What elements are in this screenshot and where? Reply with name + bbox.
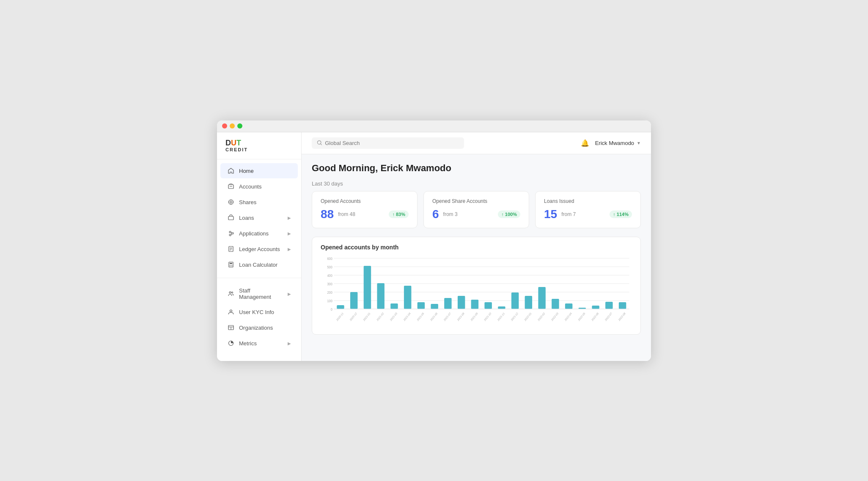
notification-bell-icon[interactable]: 🔔 <box>581 139 589 147</box>
close-btn[interactable] <box>222 123 227 128</box>
sidebar-item-home[interactable]: Home <box>220 163 298 178</box>
stat-loans-values: 15 from 7 ↑ 114% <box>544 208 632 221</box>
svg-text:2022-08: 2022-08 <box>618 311 626 321</box>
svg-text:2021-06: 2021-06 <box>430 311 438 321</box>
home-icon <box>227 167 235 175</box>
app-window: DUT CREDIT Home Accounts <box>217 120 651 361</box>
svg-text:2020-11: 2020-11 <box>336 311 344 321</box>
maximize-btn[interactable] <box>237 123 242 128</box>
minimize-btn[interactable] <box>230 123 235 128</box>
sidebar-item-organizations[interactable]: Organizations <box>220 320 298 335</box>
svg-text:2022-01: 2022-01 <box>524 311 532 321</box>
main-content: 🔔 Erick Mwamodo ▼ Good Morning, Erick Mw… <box>302 132 651 361</box>
svg-text:2022-05: 2022-05 <box>577 311 586 321</box>
sidebar-item-accounts[interactable]: Accounts <box>220 179 298 194</box>
sidebar-item-ledger-label: Ledger Accounts <box>239 246 280 252</box>
stat-card-loans: Loans Issued 15 from 7 ↑ 114% <box>535 191 641 228</box>
svg-text:200: 200 <box>327 290 333 295</box>
stat-accounts-number: 88 <box>321 208 334 221</box>
svg-line-8 <box>231 234 232 235</box>
nav-secondary: Staff Management ▶ User KYC Info Organiz… <box>217 281 301 353</box>
sidebar: DUT CREDIT Home Accounts <box>217 132 302 361</box>
logo-credit: CREDIT <box>225 147 293 152</box>
svg-rect-62 <box>458 296 465 309</box>
svg-rect-3 <box>228 216 233 220</box>
svg-text:2020-12: 2020-12 <box>349 311 357 321</box>
sidebar-item-metrics-label: Metrics <box>239 340 257 347</box>
metrics-icon <box>227 339 235 347</box>
search-input[interactable] <box>325 140 459 146</box>
sidebar-item-kyc-label: User KYC Info <box>239 309 274 315</box>
svg-rect-46 <box>350 292 357 309</box>
svg-text:300: 300 <box>327 282 333 286</box>
svg-point-16 <box>231 265 231 265</box>
svg-text:2021-09: 2021-09 <box>470 311 478 321</box>
svg-text:2022-04: 2022-04 <box>564 311 572 321</box>
svg-text:2021-03: 2021-03 <box>390 311 398 321</box>
org-icon <box>227 324 235 331</box>
sidebar-item-staff-label: Staff Management <box>239 287 283 300</box>
svg-text:2022-02: 2022-02 <box>537 311 546 321</box>
svg-rect-72 <box>525 296 532 309</box>
search-wrapper[interactable] <box>312 137 464 149</box>
svg-point-15 <box>230 265 230 265</box>
svg-point-4 <box>229 231 231 233</box>
sidebar-item-loans[interactable]: Loans ▶ <box>220 210 298 225</box>
svg-point-28 <box>317 141 321 144</box>
stat-loans-from: from 7 <box>561 211 576 217</box>
stat-card-accounts: Opened Accounts 88 from 48 ↑ 83% <box>312 191 418 228</box>
staff-icon <box>227 290 235 298</box>
stat-accounts-badge: ↑ 83% <box>389 210 409 218</box>
topbar: 🔔 Erick Mwamodo ▼ <box>302 132 651 154</box>
sidebar-item-staff-management[interactable]: Staff Management ▶ <box>220 284 298 304</box>
ledger-arrow-icon: ▶ <box>288 247 291 251</box>
svg-rect-14 <box>230 263 232 264</box>
svg-rect-56 <box>418 302 425 309</box>
sidebar-item-user-kyc[interactable]: User KYC Info <box>220 304 298 320</box>
svg-rect-84 <box>605 302 613 309</box>
sidebar-item-home-label: Home <box>239 168 254 174</box>
calculator-icon <box>227 261 235 268</box>
sidebar-item-shares[interactable]: Shares <box>220 194 298 210</box>
svg-point-18 <box>230 266 230 266</box>
stat-accounts-from: from 48 <box>338 211 355 217</box>
stat-accounts-title: Opened Accounts <box>321 198 409 204</box>
search-icon <box>317 140 322 146</box>
period-label: Last 30 days <box>312 180 641 187</box>
svg-rect-86 <box>619 302 626 309</box>
accounts-icon <box>227 183 235 190</box>
svg-rect-82 <box>592 306 599 309</box>
svg-rect-70 <box>511 292 519 309</box>
svg-text:2021-07: 2021-07 <box>443 311 452 321</box>
page-content: Good Morning, Erick Mwamodo Last 30 days… <box>302 154 651 361</box>
sidebar-item-ledger-accounts[interactable]: Ledger Accounts ▶ <box>220 241 298 257</box>
svg-point-22 <box>232 292 233 293</box>
sidebar-item-applications-label: Applications <box>239 230 269 237</box>
svg-text:2022-06: 2022-06 <box>591 311 599 321</box>
sidebar-item-loans-label: Loans <box>239 215 254 221</box>
logo-dut: DUT <box>225 139 241 147</box>
svg-text:2021-12: 2021-12 <box>510 311 519 321</box>
sidebar-item-applications[interactable]: Applications ▶ <box>220 226 298 241</box>
stat-shares-values: 6 from 3 ↑ 100% <box>432 208 520 221</box>
stat-loans-number: 15 <box>544 208 557 221</box>
svg-rect-54 <box>404 286 411 309</box>
svg-text:2021-05: 2021-05 <box>416 311 425 321</box>
applications-icon <box>227 230 235 237</box>
shares-icon <box>227 198 235 206</box>
window-chrome <box>217 120 651 132</box>
stat-shares-number: 6 <box>432 208 439 221</box>
sidebar-item-orgs-label: Organizations <box>239 325 273 331</box>
sidebar-item-loan-calculator[interactable]: Loan Calculator <box>220 257 298 272</box>
metrics-arrow-icon: ▶ <box>288 341 291 346</box>
svg-text:2022-07: 2022-07 <box>604 311 613 321</box>
svg-rect-13 <box>229 262 233 267</box>
sidebar-divider <box>217 278 301 278</box>
sidebar-item-accounts-label: Accounts <box>239 183 261 190</box>
nav-main: Home Accounts Shares <box>217 161 301 274</box>
chart-section: Opened accounts by month 010020030040050… <box>312 237 641 335</box>
loans-arrow-icon: ▶ <box>288 216 291 220</box>
svg-rect-60 <box>444 298 451 309</box>
sidebar-item-metrics[interactable]: Metrics ▶ <box>220 336 298 351</box>
user-menu[interactable]: Erick Mwamodo ▼ <box>595 140 641 146</box>
